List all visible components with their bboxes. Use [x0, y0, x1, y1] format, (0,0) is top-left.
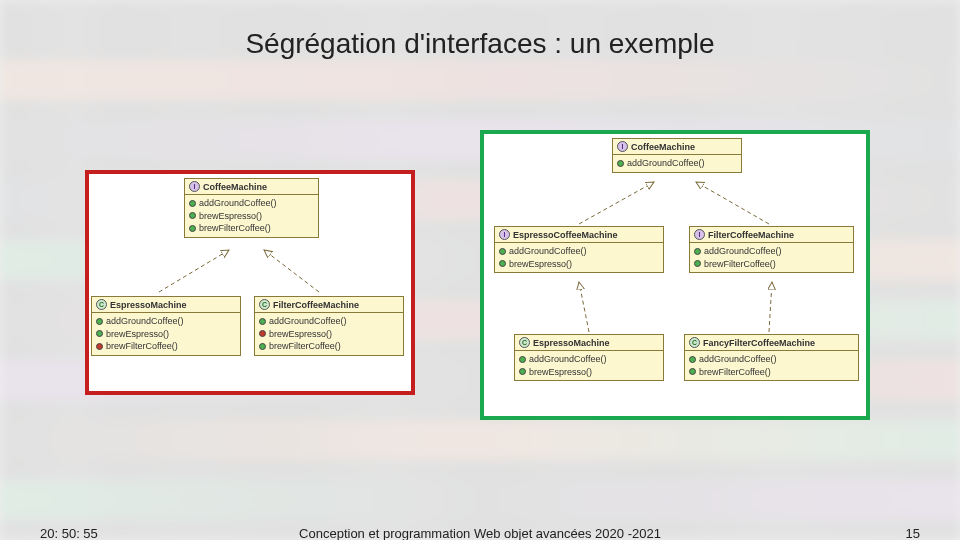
method-label: addGroundCoffee() — [509, 245, 586, 258]
public-method-icon — [189, 212, 196, 219]
public-method-icon — [689, 368, 696, 375]
method-label: addGroundCoffee() — [199, 197, 276, 210]
public-method-icon — [519, 356, 526, 363]
slide: Ségrégation d'interfaces : un exemple IC… — [0, 0, 960, 540]
class-icon: C — [519, 337, 530, 348]
svg-line-2 — [579, 182, 654, 224]
uml-name: EspressoCoffeeMachine — [513, 230, 618, 240]
uml-name: CoffeeMachine — [631, 142, 695, 152]
method-label: brewFilterCoffee() — [269, 340, 341, 353]
public-method-icon — [96, 330, 103, 337]
uml-class-espressomachine: CEspressoMachine addGroundCoffee() brewE… — [514, 334, 664, 381]
public-method-icon — [189, 225, 196, 232]
interface-icon: I — [499, 229, 510, 240]
method-label: brewEspresso() — [106, 328, 169, 341]
method-label: brewFilterCoffee() — [699, 366, 771, 379]
footer-caption: Conception et programmation Web objet av… — [0, 526, 960, 540]
public-method-icon — [259, 318, 266, 325]
method-label: brewEspresso() — [199, 210, 262, 223]
good-design-panel: ICoffeeMachine addGroundCoffee() IEspres… — [480, 130, 870, 420]
method-label: addGroundCoffee() — [699, 353, 776, 366]
uml-name: CoffeeMachine — [203, 182, 267, 192]
public-method-icon — [694, 260, 701, 267]
public-method-icon — [689, 356, 696, 363]
method-label: addGroundCoffee() — [269, 315, 346, 328]
public-method-icon — [519, 368, 526, 375]
bad-method-icon — [96, 343, 103, 350]
uml-name: EspressoMachine — [533, 338, 610, 348]
class-icon: C — [689, 337, 700, 348]
interface-icon: I — [694, 229, 705, 240]
bad-design-panel: ICoffeeMachine addGroundCoffee() brewEsp… — [85, 170, 415, 395]
class-icon: C — [96, 299, 107, 310]
public-method-icon — [694, 248, 701, 255]
interface-icon: I — [189, 181, 200, 192]
public-method-icon — [189, 200, 196, 207]
uml-class-fancyfiltercoffeemachine: CFancyFilterCoffeeMachine addGroundCoffe… — [684, 334, 859, 381]
method-label: brewEspresso() — [509, 258, 572, 271]
method-label: addGroundCoffee() — [704, 245, 781, 258]
method-label: addGroundCoffee() — [529, 353, 606, 366]
svg-line-5 — [769, 282, 772, 332]
uml-interface-filtercoffeemachine: IFilterCoffeeMachine addGroundCoffee() b… — [689, 226, 854, 273]
uml-name: EspressoMachine — [110, 300, 187, 310]
uml-class-filtercoffeemachine: CFilterCoffeeMachine addGroundCoffee() b… — [254, 296, 404, 356]
public-method-icon — [499, 248, 506, 255]
method-label: addGroundCoffee() — [106, 315, 183, 328]
uml-name: FilterCoffeeMachine — [708, 230, 794, 240]
uml-name: FancyFilterCoffeeMachine — [703, 338, 815, 348]
uml-interface-coffeemachine: ICoffeeMachine addGroundCoffee() — [612, 138, 742, 173]
uml-name: FilterCoffeeMachine — [273, 300, 359, 310]
uml-interface-coffeemachine: ICoffeeMachine addGroundCoffee() brewEsp… — [184, 178, 319, 238]
public-method-icon — [259, 343, 266, 350]
svg-line-1 — [264, 250, 319, 292]
method-label: brewEspresso() — [269, 328, 332, 341]
uml-interface-espressocoffeemachine: IEspressoCoffeeMachine addGroundCoffee()… — [494, 226, 664, 273]
uml-class-espressomachine: CEspressoMachine addGroundCoffee() brewE… — [91, 296, 241, 356]
bad-method-icon — [259, 330, 266, 337]
public-method-icon — [617, 160, 624, 167]
public-method-icon — [499, 260, 506, 267]
public-method-icon — [96, 318, 103, 325]
method-label: brewEspresso() — [529, 366, 592, 379]
svg-line-3 — [696, 182, 769, 224]
method-label: brewFilterCoffee() — [106, 340, 178, 353]
class-icon: C — [259, 299, 270, 310]
slide-title: Ségrégation d'interfaces : un exemple — [0, 28, 960, 60]
svg-line-4 — [579, 282, 589, 332]
interface-icon: I — [617, 141, 628, 152]
method-label: brewFilterCoffee() — [199, 222, 271, 235]
method-label: brewFilterCoffee() — [704, 258, 776, 271]
svg-line-0 — [159, 250, 229, 292]
method-label: addGroundCoffee() — [627, 157, 704, 170]
footer-page-number: 15 — [906, 526, 920, 540]
